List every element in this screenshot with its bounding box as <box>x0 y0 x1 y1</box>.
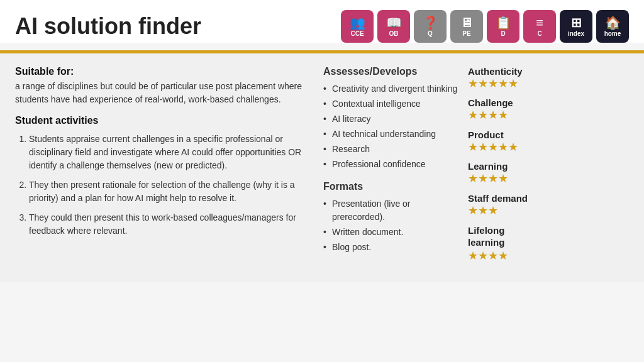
format-item: Blog post. <box>323 241 458 254</box>
rating-stars: ★★★★★ <box>468 140 629 155</box>
assesses-item: AI literacy <box>323 112 458 126</box>
home-label: home <box>604 30 621 37</box>
c-label: C <box>537 30 541 37</box>
rating-item: Lifelonglearning★★★★ <box>468 224 629 263</box>
formats-title: Formats <box>323 181 458 192</box>
assesses-list: Creativity and divergent thinkingContext… <box>323 82 458 171</box>
assesses-item: Research <box>323 143 458 156</box>
rating-stars: ★★★★★ <box>468 77 629 91</box>
assesses-item: Contextual intelligence <box>323 97 458 111</box>
rating-label: Learning <box>468 161 629 172</box>
rating-item: Staff demand★★★ <box>468 193 629 218</box>
d-label: D <box>501 30 505 37</box>
d-symbol-icon: 📋 <box>496 16 511 29</box>
q-label: Q <box>428 30 433 37</box>
activity-item: They could then present this to work-bas… <box>29 211 311 238</box>
rating-stars: ★★★★ <box>468 108 629 123</box>
rating-label: Product <box>468 129 629 140</box>
header: AI solution finder 👥CCE📖OB❓Q🖥PE📋D≡C⊞inde… <box>0 0 644 43</box>
nav-icon-d[interactable]: 📋D <box>487 10 519 43</box>
format-item: Written document. <box>323 226 458 239</box>
suitable-for-title: Suitable for: <box>15 66 311 77</box>
nav-icon-home[interactable]: 🏠home <box>596 10 629 43</box>
assesses-item: Creativity and divergent thinking <box>323 82 458 96</box>
cce-label: CCE <box>350 30 364 37</box>
rating-stars: ★★★★ <box>468 249 629 263</box>
rating-label: Authenticity <box>468 66 629 77</box>
cce-symbol-icon: 👥 <box>350 16 365 29</box>
assesses-develops-title: Assesses/Develops <box>323 66 458 77</box>
left-column: Suitable for: a range of disciplines but… <box>15 66 323 270</box>
suitable-for-text: a range of disciplines but could be of p… <box>15 80 311 106</box>
format-item: Presentation (live or prerecorded). <box>323 197 458 224</box>
rating-label: Staff demand <box>468 193 629 204</box>
ob-label: OB <box>389 30 399 37</box>
nav-icon-pe[interactable]: 🖥PE <box>450 10 483 43</box>
rating-item: Challenge★★★★ <box>468 97 629 123</box>
rating-item: Learning★★★★ <box>468 161 629 186</box>
rating-item: Product★★★★★ <box>468 129 629 155</box>
page-title: AI solution finder <box>15 13 201 40</box>
assesses-item: Professional confidence <box>323 158 458 171</box>
student-activities-title: Student activities <box>15 115 311 126</box>
rating-label: Challenge <box>468 97 629 108</box>
formats-section: Formats Presentation (live or prerecorde… <box>323 181 458 254</box>
nav-icon-ob[interactable]: 📖OB <box>377 10 410 43</box>
index-label: index <box>568 30 584 37</box>
middle-column: Assesses/Develops Creativity and diverge… <box>323 66 468 270</box>
q-symbol-icon: ❓ <box>423 16 438 29</box>
rating-stars: ★★★ <box>468 204 629 218</box>
assesses-item: AI technical understanding <box>323 128 458 141</box>
nav-icon-cce[interactable]: 👥CCE <box>341 10 374 43</box>
rating-item: Authenticity★★★★★ <box>468 66 629 91</box>
formats-list: Presentation (live or prerecorded).Writt… <box>323 197 458 254</box>
content-area: Suitable for: a range of disciplines but… <box>0 53 644 282</box>
pe-label: PE <box>462 30 470 37</box>
index-symbol-icon: ⊞ <box>571 16 582 29</box>
nav-icon-index[interactable]: ⊞index <box>560 10 592 43</box>
nav-icon-c[interactable]: ≡C <box>523 10 556 43</box>
rating-stars: ★★★★ <box>468 172 629 186</box>
activity-item: They then present rationale for selectio… <box>29 178 311 205</box>
nav-icons: 👥CCE📖OB❓Q🖥PE📋D≡C⊞index🏠home <box>341 10 629 43</box>
activity-list: Students appraise current challenges in … <box>15 133 311 238</box>
rating-label: Lifelonglearning <box>468 224 629 249</box>
right-column: Authenticity★★★★★Challenge★★★★Product★★★… <box>468 66 629 270</box>
pe-symbol-icon: 🖥 <box>460 16 473 29</box>
ob-symbol-icon: 📖 <box>386 16 402 29</box>
home-symbol-icon: 🏠 <box>605 16 621 29</box>
nav-icon-q[interactable]: ❓Q <box>414 10 447 43</box>
activity-item: Students appraise current challenges in … <box>29 133 311 172</box>
c-symbol-icon: ≡ <box>536 16 543 29</box>
